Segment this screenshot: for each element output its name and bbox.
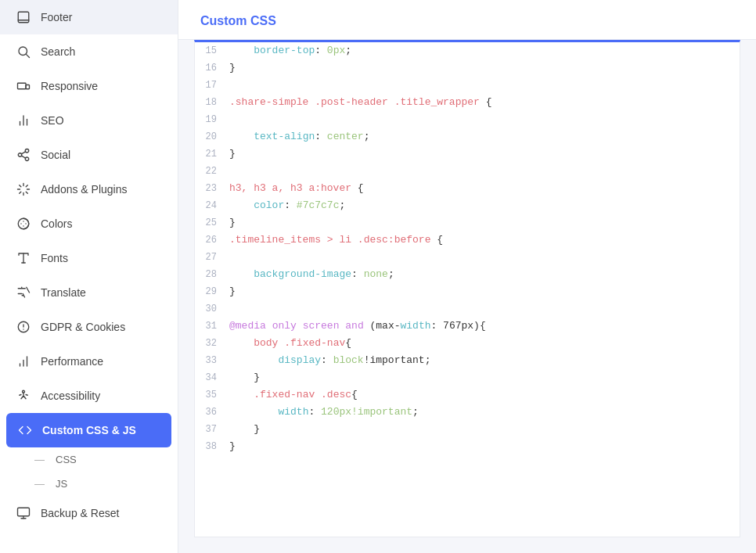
- line-number: 37: [195, 421, 229, 438]
- svg-line-12: [21, 156, 25, 158]
- line-code: .share-simple .post-header .title_wrappe…: [229, 94, 740, 111]
- line-code: [229, 300, 740, 318]
- line-number: 30: [195, 300, 229, 318]
- line-number: 18: [195, 94, 229, 111]
- line-code: [229, 163, 740, 180]
- sidebar-item-performance[interactable]: Performance: [0, 344, 178, 379]
- sidebar-item-footer[interactable]: Footer: [0, 0, 178, 34]
- line-number: 38: [195, 438, 229, 455]
- svg-point-15: [23, 221, 24, 222]
- line-code: [229, 249, 740, 266]
- sidebar-item-responsive[interactable]: Responsive: [0, 69, 178, 103]
- code-icon: [17, 422, 33, 438]
- svg-line-3: [26, 54, 29, 57]
- sidebar-item-label: Search: [41, 45, 75, 58]
- svg-rect-4: [18, 83, 27, 89]
- code-line: 21}: [195, 145, 740, 163]
- sidebar-item-custom-css-js[interactable]: Custom CSS & JS: [6, 413, 171, 447]
- code-line: 34 }: [195, 369, 740, 386]
- line-number: 33: [195, 352, 229, 369]
- dash-icon: —: [34, 454, 45, 465]
- accessibility-icon: [16, 388, 31, 404]
- line-number: 23: [195, 180, 229, 197]
- code-line: 29}: [195, 283, 740, 300]
- line-code: }: [229, 145, 740, 163]
- code-line: 25}: [195, 214, 740, 232]
- sidebar-item-search[interactable]: Search: [0, 34, 178, 69]
- social-icon: [16, 147, 31, 163]
- sidebar-item-backup[interactable]: Backup & Reset: [0, 496, 178, 530]
- main-content: Custom CSS 15 border-top: 0px;16}17 18.s…: [178, 0, 756, 553]
- line-number: 36: [195, 404, 229, 421]
- code-editor[interactable]: 15 border-top: 0px;16}17 18.share-simple…: [195, 42, 740, 537]
- sidebar-item-accessibility[interactable]: Accessibility: [0, 379, 178, 413]
- line-number: 31: [195, 318, 229, 335]
- sidebar-item-label: Social: [41, 149, 70, 161]
- svg-point-18: [23, 225, 24, 227]
- sidebar-item-gdpr[interactable]: GDPR & Cookies: [0, 310, 178, 344]
- sidebar: Footer Search Responsive SEO Social Addo…: [0, 0, 178, 553]
- code-line: 35 .fixed-nav .desc{: [195, 386, 740, 404]
- code-line: 32 body .fixed-nav{: [195, 335, 740, 352]
- line-number: 25: [195, 214, 229, 232]
- line-number: 24: [195, 197, 229, 214]
- line-number: 28: [195, 266, 229, 283]
- line-code: .fixed-nav .desc{: [229, 386, 740, 404]
- sidebar-item-label: SEO: [41, 114, 64, 127]
- sidebar-item-label: Translate: [41, 286, 86, 299]
- line-number: 35: [195, 386, 229, 404]
- line-number: 19: [195, 111, 229, 128]
- sidebar-subitem-css[interactable]: — CSS: [0, 447, 178, 472]
- dash-icon: —: [34, 478, 45, 490]
- line-code: .timeline_items > li .desc:before {: [229, 232, 740, 249]
- svg-line-13: [21, 152, 25, 154]
- seo-icon: [16, 113, 31, 128]
- code-line: 37 }: [195, 421, 740, 438]
- line-number: 16: [195, 59, 229, 77]
- gdpr-icon: [16, 319, 31, 335]
- sidebar-item-label: Fonts: [41, 252, 68, 264]
- sidebar-item-label: Backup & Reset: [41, 507, 119, 519]
- code-line: 33 display: block!important;: [195, 352, 740, 369]
- line-code: }: [229, 283, 740, 300]
- addons-icon: [16, 181, 31, 197]
- code-line: 17: [195, 77, 740, 94]
- code-line: 31@media only screen and (max-width: 767…: [195, 318, 740, 335]
- sidebar-item-colors[interactable]: Colors: [0, 206, 178, 241]
- sidebar-item-label: Accessibility: [41, 390, 100, 402]
- sidebar-item-social[interactable]: Social: [0, 138, 178, 172]
- search-icon: [16, 44, 31, 59]
- line-number: 27: [195, 249, 229, 266]
- code-line: 16}: [195, 59, 740, 77]
- content-wrapper: 15 border-top: 0px;16}17 18.share-simple…: [178, 40, 756, 553]
- sidebar-subitem-js[interactable]: — JS: [0, 472, 178, 496]
- line-code: body .fixed-nav{: [229, 335, 740, 352]
- line-code: }: [229, 369, 740, 386]
- backup-icon: [16, 505, 31, 521]
- line-number: 15: [195, 42, 229, 59]
- code-line: 22: [195, 163, 740, 180]
- sidebar-item-fonts[interactable]: Fonts: [0, 241, 178, 275]
- line-number: 20: [195, 128, 229, 145]
- line-code: text-align: center;: [229, 128, 740, 145]
- line-code: @media only screen and (max-width: 767px…: [229, 318, 740, 335]
- sidebar-item-label: Addons & Plugins: [41, 183, 128, 196]
- svg-point-16: [25, 223, 27, 224]
- code-line: 30: [195, 300, 740, 318]
- code-line: 38}: [195, 438, 740, 455]
- line-number: 17: [195, 77, 229, 94]
- svg-rect-25: [18, 508, 30, 516]
- svg-rect-5: [26, 85, 30, 89]
- responsive-icon: [16, 78, 31, 94]
- code-line: 20 text-align: center;: [195, 128, 740, 145]
- code-line: 19: [195, 111, 740, 128]
- code-line: 24 color: #7c7c7c;: [195, 197, 740, 214]
- sidebar-item-translate[interactable]: Translate: [0, 275, 178, 310]
- line-code: }: [229, 438, 740, 455]
- code-line: 26.timeline_items > li .desc:before {: [195, 232, 740, 249]
- code-line: 23h3, h3 a, h3 a:hover {: [195, 180, 740, 197]
- sidebar-item-seo[interactable]: SEO: [0, 103, 178, 138]
- translate-icon: [16, 285, 31, 300]
- sidebar-item-addons[interactable]: Addons & Plugins: [0, 172, 178, 206]
- svg-rect-0: [18, 12, 29, 23]
